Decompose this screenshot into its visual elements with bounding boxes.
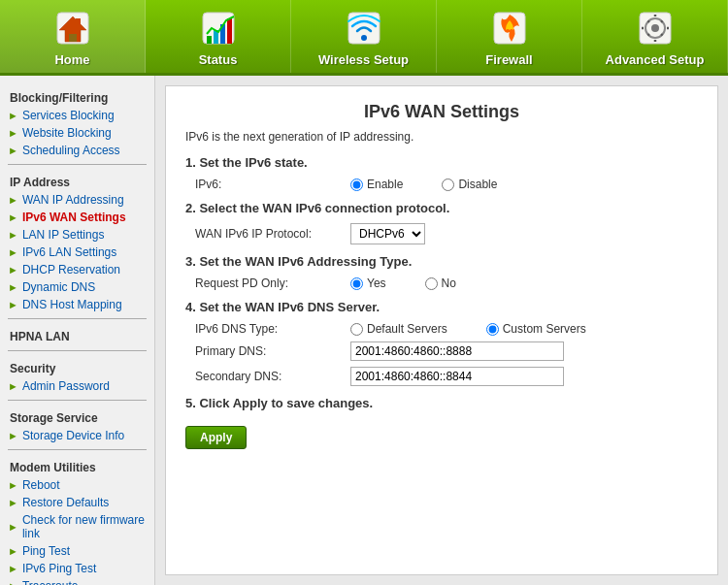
ipv6-state-label: IPv6: (195, 178, 350, 191)
content-area: IPv6 WAN Settings IPv6 is the next gener… (165, 85, 718, 575)
sidebar-item-firmware[interactable]: ►Check for new firmware link (0, 511, 154, 542)
arrow-icon: ► (8, 521, 18, 533)
sidebar-item-ipv6-ping[interactable]: ►IPv6 Ping Test (0, 560, 154, 577)
sidebar-item-reboot[interactable]: ►Reboot (0, 476, 154, 494)
request-pd-label: Request PD Only: (195, 276, 350, 290)
sidebar-item-services-blocking[interactable]: ►Services Blocking (0, 107, 154, 124)
default-servers-option[interactable]: Default Servers (350, 322, 447, 336)
request-pd-row: Request PD Only: Yes No (195, 276, 698, 290)
secondary-dns-label: Secondary DNS: (195, 370, 350, 383)
svg-point-18 (651, 24, 659, 32)
pd-no-option[interactable]: No (425, 276, 456, 290)
sidebar-section-blocking: Blocking/Filtering (0, 85, 154, 107)
svg-rect-8 (227, 18, 232, 44)
page-description: IPv6 is the next generation of IP addres… (185, 130, 698, 144)
nav-status-label: Status (199, 52, 238, 67)
home-icon (50, 8, 95, 49)
nav-firewall-label: Firewall (485, 52, 532, 67)
sidebar-divider (8, 164, 147, 165)
sidebar-item-wan-ip[interactable]: ►WAN IP Addressing (0, 191, 154, 209)
sidebar-item-storage-device[interactable]: ►Storage Device Info (0, 427, 154, 444)
sidebar-item-scheduling-access[interactable]: ►Scheduling Access (0, 142, 154, 159)
sidebar-section-hpna: HPNA LAN (0, 324, 154, 345)
wan-protocol-label: WAN IPv6 IP Protocol: (195, 227, 350, 241)
sidebar-section-security: Security (0, 356, 154, 377)
apply-note: 5. Click Apply to save changes. (185, 396, 698, 410)
ipv6-disable-radio[interactable] (442, 179, 454, 191)
section-heading-3: 3. Set the WAN IPv6 Addressing Type. (185, 254, 698, 269)
secondary-dns-input[interactable] (350, 367, 564, 386)
wan-protocol-row: WAN IPv6 IP Protocol: DHCPv6 PPPoE Stati… (195, 223, 698, 244)
section-heading-1: 1. Set the IPv6 state. (185, 155, 698, 170)
arrow-icon: ► (8, 211, 18, 223)
top-navigation: Home Status Wireless Setup (0, 0, 728, 76)
arrow-icon: ► (8, 563, 18, 574)
ipv6-enable-radio[interactable] (350, 179, 363, 191)
primary-dns-input[interactable] (350, 341, 564, 361)
arrow-icon: ► (8, 430, 18, 441)
pd-no-radio[interactable] (425, 277, 438, 290)
advanced-icon (633, 8, 678, 49)
arrow-icon: ► (8, 479, 18, 491)
sidebar-divider (8, 318, 147, 319)
arrow-icon: ► (8, 127, 18, 139)
custom-servers-option[interactable]: Custom Servers (486, 322, 586, 336)
sidebar-section-storage: Storage Service (0, 406, 154, 427)
svg-rect-2 (69, 34, 77, 42)
dns-type-options: Default Servers Custom Servers (350, 322, 586, 336)
nav-wireless-label: Wireless Setup (318, 52, 409, 67)
svg-line-22 (661, 34, 663, 36)
arrow-icon: ► (8, 145, 18, 156)
sidebar-item-ping-test[interactable]: ►Ping Test (0, 542, 154, 560)
nav-home-label: Home (54, 52, 89, 67)
status-icon (196, 8, 241, 49)
sidebar-section-modem: Modem Utilities (0, 455, 154, 476)
secondary-dns-row: Secondary DNS: (195, 367, 698, 386)
sidebar-item-dhcp[interactable]: ►DHCP Reservation (0, 261, 154, 278)
svg-line-20 (661, 21, 663, 23)
sidebar-item-ipv6-wan[interactable]: ►IPv6 WAN Settings (0, 209, 154, 226)
wireless-icon (342, 8, 386, 49)
svg-rect-5 (207, 36, 212, 44)
apply-button[interactable]: Apply (185, 426, 247, 449)
sidebar-item-website-blocking[interactable]: ►Website Blocking (0, 124, 154, 142)
svg-point-10 (361, 35, 367, 41)
nav-status[interactable]: Status (146, 0, 291, 73)
sidebar-divider (8, 449, 147, 450)
nav-advanced[interactable]: Advanced Setup (582, 0, 728, 73)
section-heading-4: 4. Set the WAN IPv6 DNS Server. (185, 300, 698, 314)
arrow-icon: ► (8, 194, 18, 206)
arrow-icon: ► (8, 110, 18, 121)
ipv6-disable-option[interactable]: Disable (442, 178, 497, 191)
page-title: IPv6 WAN Settings (185, 102, 698, 122)
sidebar-item-restore-defaults[interactable]: ►Restore Defaults (0, 494, 154, 511)
request-pd-options: Yes No (350, 276, 456, 290)
sidebar-item-dynamic-dns[interactable]: ►Dynamic DNS (0, 278, 154, 296)
svg-line-19 (647, 21, 649, 23)
arrow-icon: ► (8, 497, 18, 508)
sidebar-section-ip: IP Address (0, 170, 154, 191)
main-container: Blocking/Filtering ►Services Blocking ►W… (0, 76, 728, 585)
sidebar-item-dns-host[interactable]: ►DNS Host Mapping (0, 296, 154, 313)
nav-wireless[interactable]: Wireless Setup (291, 0, 437, 73)
dns-type-label: IPv6 DNS Type: (195, 322, 350, 336)
svg-rect-3 (76, 18, 81, 25)
sidebar-item-admin-password[interactable]: ►Admin Password (0, 377, 154, 395)
nav-firewall[interactable]: Firewall (437, 0, 582, 73)
arrow-icon: ► (8, 580, 18, 585)
nav-home[interactable]: Home (0, 0, 146, 73)
ipv6-enable-option[interactable]: Enable (350, 178, 403, 191)
firewall-icon (487, 8, 532, 49)
arrow-icon: ► (8, 229, 18, 241)
primary-dns-label: Primary DNS: (195, 344, 350, 358)
pd-yes-radio[interactable] (350, 277, 363, 290)
default-servers-radio[interactable] (350, 323, 363, 336)
sidebar-item-ipv6-lan[interactable]: ►IPv6 LAN Settings (0, 244, 154, 261)
sidebar-item-lan-ip[interactable]: ►LAN IP Settings (0, 226, 154, 244)
sidebar-item-traceroute[interactable]: ►Traceroute (0, 577, 154, 585)
arrow-icon: ► (8, 264, 18, 276)
custom-servers-radio[interactable] (486, 323, 499, 336)
pd-yes-option[interactable]: Yes (350, 276, 386, 290)
sidebar: Blocking/Filtering ►Services Blocking ►W… (0, 76, 155, 585)
wan-protocol-select[interactable]: DHCPv6 PPPoE Static (350, 223, 425, 244)
